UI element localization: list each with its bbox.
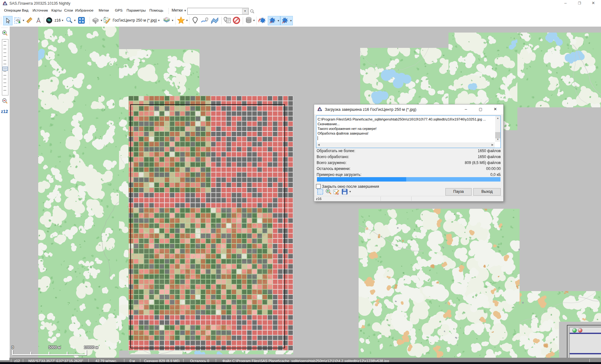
dialog-field-value: 1650 файлов: [478, 155, 501, 159]
log-horizontal-scrollbar[interactable]: ◀ ▶: [316, 142, 495, 148]
map-mid-sliver[interactable]: [119, 96, 129, 351]
path-tool-button[interactable]: [200, 16, 209, 25]
zoom-level-dropdown-label: z16: [54, 18, 60, 23]
dialog-field-label: Примерно еще загрузить:: [317, 172, 361, 177]
sas-planet-window: SAS.Планета 200325.10135 Nightly – ❐ ✕ О…: [0, 0, 601, 364]
download-selection-button-caret-icon: ▼: [277, 19, 280, 22]
toolbar-group-handle: [175, 17, 176, 25]
map-source-icon[interactable]: [103, 16, 111, 25]
mini-window-frame: [567, 325, 601, 358]
download-polygon-button[interactable]: ▼: [280, 16, 293, 25]
pause-button[interactable]: Пауза: [445, 188, 472, 196]
toolbar-group-handle: [1, 17, 2, 25]
scale-label-5000: 5000 м: [49, 345, 61, 350]
dialog-maximize-button[interactable]: ▢: [473, 105, 488, 114]
download-complete-dialog: Загрузка завершена z16 ГосГисЦентр 250 м…: [314, 104, 504, 202]
map-left-strip[interactable]: [38, 27, 119, 358]
exit-button[interactable]: Выход: [473, 188, 501, 196]
map-under-grid[interactable]: [129, 351, 293, 354]
log-line: Такого изображения нет на сервере!: [318, 127, 376, 131]
mini-window[interactable]: [569, 327, 601, 359]
toolbar-separator: [44, 17, 44, 24]
minimize-button[interactable]: –: [558, 0, 573, 7]
map-right-top-c[interactable]: [517, 33, 601, 107]
dialog-title: Загрузка завершена z16 ГосГисЦентр 250 м…: [325, 107, 416, 112]
zoom-out-icon[interactable]: [2, 98, 8, 104]
combo-dropdown-icon[interactable]: ▼: [242, 8, 248, 14]
cache-db-button[interactable]: ▼: [244, 16, 256, 25]
fullscreen-button[interactable]: [77, 16, 86, 25]
download-selection-button[interactable]: ▼: [268, 16, 280, 25]
app-icon: [3, 1, 8, 6]
disable-marks-button[interactable]: [232, 16, 241, 25]
log-line: Скачивание...: [318, 122, 340, 126]
layers-dropdown-button[interactable]: ▼: [162, 16, 174, 25]
menu-1[interactable]: Операции: [4, 8, 21, 12]
zoom-tool-icon[interactable]: [325, 188, 332, 195]
map-edit-icon[interactable]: 02: [333, 188, 340, 195]
dialog-titlebar[interactable]: Загрузка завершена z16 ГосГисЦентр 250 м…: [314, 105, 503, 114]
zoom-level-dropdown-caret-icon: ▼: [61, 19, 64, 22]
dialog-icon: [317, 107, 322, 112]
download-start-button[interactable]: [258, 16, 267, 25]
zoom-globe-button[interactable]: [45, 16, 53, 25]
menu-3[interactable]: Источник: [33, 8, 48, 12]
measure-tool-button[interactable]: [34, 16, 43, 25]
cursor-tool-button[interactable]: [3, 16, 13, 25]
zoom-level-dropdown[interactable]: z16▼: [54, 16, 65, 25]
placemark-list-button[interactable]: [223, 16, 231, 25]
dialog-field-label: Всего обработано:: [317, 155, 349, 159]
dialog-minimize-button[interactable]: –: [459, 105, 473, 114]
dialog-field-label: Осталось времени:: [317, 167, 350, 171]
selection-tool-icon[interactable]: [317, 188, 324, 195]
save-icon[interactable]: [341, 188, 348, 195]
selection-manager-button[interactable]: ▼: [13, 16, 26, 25]
polygon-tool-button[interactable]: [210, 16, 219, 25]
map-right-bottom-a[interactable]: [359, 209, 520, 358]
placemark-tool-button[interactable]: [191, 16, 199, 25]
svg-text:02: 02: [337, 193, 339, 195]
map-source-dropdown[interactable]: ГосГисЦентр 250 м (*.jpg)▼: [112, 16, 160, 25]
toolbar-group-handle: [89, 17, 90, 25]
map-mid-top[interactable]: [119, 49, 199, 96]
map-area[interactable]: z12 0 5000 м 10000 м: [0, 27, 601, 358]
menu-9[interactable]: Параметры: [127, 8, 146, 12]
marks-dropdown-button[interactable]: Метки ▼: [172, 8, 187, 13]
restore-button[interactable]: ❐: [573, 0, 587, 7]
download-log[interactable]: C:\Program Files\SAS Planet\cache_sqlite…: [316, 115, 501, 148]
menu-6[interactable]: Избранное: [75, 8, 93, 12]
menu-4[interactable]: Карты: [51, 8, 62, 12]
menu-2[interactable]: Вид: [22, 8, 28, 12]
menu-5[interactable]: Слои: [64, 8, 73, 12]
mini-zoom-in-icon[interactable]: [572, 328, 577, 333]
toolbar-group-handle: [189, 17, 190, 25]
cache-mode-button[interactable]: ▼: [91, 16, 103, 25]
zoom-sidebar: z12: [0, 27, 10, 360]
save-dropdown-icon[interactable]: ▼: [349, 190, 351, 193]
zoom-in-icon[interactable]: [2, 30, 8, 36]
toolbar-separator: [221, 17, 222, 24]
log-line: Обработка файлов завершена!: [318, 131, 368, 135]
sidebar-drag-handle[interactable]: [1, 27, 8, 28]
toolbar-group-handle: [256, 17, 257, 25]
close-button[interactable]: ✕: [586, 0, 600, 7]
dialog-close-button[interactable]: ✕: [488, 105, 503, 114]
zoom-slider[interactable]: [2, 39, 8, 95]
cache-db-button-caret-icon: ▼: [253, 19, 255, 22]
favorites-button[interactable]: ▼: [176, 16, 189, 25]
menu-7[interactable]: Метки: [99, 8, 109, 12]
search-icon[interactable]: [250, 9, 255, 14]
menu-10[interactable]: Помощь: [149, 8, 163, 12]
log-vertical-scrollbar[interactable]: ▲ ▼: [495, 116, 500, 142]
search-combobox[interactable]: ▼: [187, 8, 249, 15]
cache-mode-button-caret-icon: ▼: [100, 19, 103, 22]
zoom-slider-handle[interactable]: [3, 67, 8, 71]
mini-zoom-out-icon[interactable]: [578, 328, 583, 333]
favorites-button-caret-icon: ▼: [186, 19, 188, 22]
menu-8[interactable]: GPS: [115, 8, 122, 12]
dialog-statusbar: z16: [314, 196, 503, 201]
ruler-tool-button[interactable]: [26, 16, 33, 25]
search-dropdown-button[interactable]: ▼: [65, 16, 77, 25]
scale-bracket: [12, 350, 87, 355]
scroll-right-icon: ▶: [490, 142, 495, 147]
